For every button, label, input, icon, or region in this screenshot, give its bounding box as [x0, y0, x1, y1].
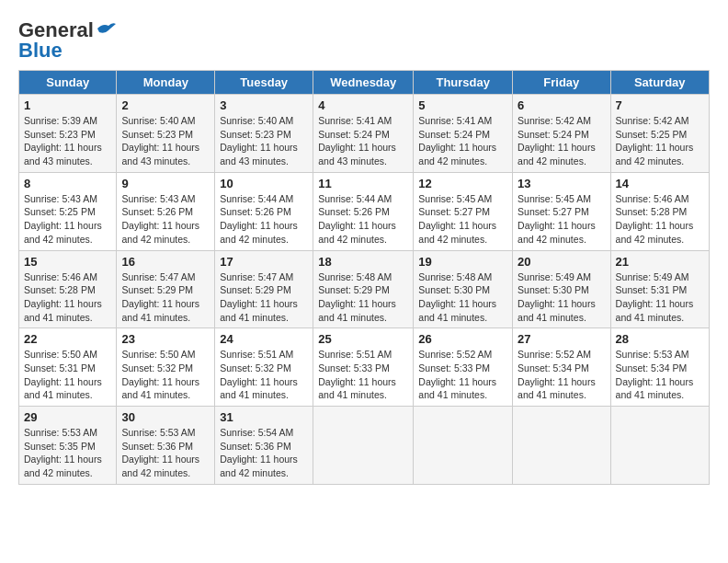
- day-number: 27: [518, 332, 605, 346]
- day-number: 17: [220, 255, 308, 269]
- sunset: Sunset: 5:24 PM: [518, 129, 589, 140]
- sunrise: Sunrise: 5:51 AM: [220, 349, 293, 360]
- daylight: Daylight: 11 hours and 42 minutes.: [616, 220, 694, 245]
- daylight: Daylight: 11 hours and 41 minutes.: [220, 376, 298, 401]
- daylight: Daylight: 11 hours and 43 minutes.: [121, 142, 199, 167]
- day-number: 6: [518, 98, 605, 112]
- calendar-cell: 11 Sunrise: 5:44 AM Sunset: 5:26 PM Dayl…: [313, 172, 414, 250]
- sunrise: Sunrise: 5:53 AM: [616, 349, 689, 360]
- sunset: Sunset: 5:28 PM: [616, 206, 688, 217]
- calendar-cell: 29 Sunrise: 5:53 AM Sunset: 5:35 PM Dayl…: [19, 407, 117, 485]
- sunset: Sunset: 5:25 PM: [24, 206, 96, 217]
- calendar-cell: 1 Sunrise: 5:39 AM Sunset: 5:23 PM Dayli…: [19, 95, 117, 173]
- weekday-header-sunday: Sunday: [19, 71, 117, 95]
- sunset: Sunset: 5:32 PM: [121, 362, 193, 373]
- daylight: Daylight: 11 hours and 42 minutes.: [220, 454, 298, 478]
- calendar-cell: 12 Sunrise: 5:45 AM Sunset: 5:27 PM Dayl…: [414, 172, 513, 250]
- daylight: Daylight: 11 hours and 41 minutes.: [518, 376, 596, 401]
- sunrise: Sunrise: 5:52 AM: [418, 349, 492, 360]
- calendar-cell: [513, 407, 610, 485]
- weekday-header-thursday: Thursday: [414, 71, 513, 95]
- daylight: Daylight: 11 hours and 41 minutes.: [121, 298, 199, 323]
- sunset: Sunset: 5:35 PM: [24, 441, 96, 452]
- day-number: 28: [616, 332, 704, 346]
- daylight: Daylight: 11 hours and 41 minutes.: [318, 376, 396, 401]
- day-number: 2: [121, 98, 210, 112]
- sunrise: Sunrise: 5:53 AM: [24, 427, 97, 438]
- calendar-cell: 23 Sunrise: 5:50 AM Sunset: 5:32 PM Dayl…: [117, 328, 215, 407]
- day-number: 31: [220, 410, 308, 424]
- calendar-cell: 21 Sunrise: 5:49 AM Sunset: 5:31 PM Dayl…: [610, 250, 709, 328]
- sunset: Sunset: 5:29 PM: [318, 284, 390, 295]
- sunset: Sunset: 5:26 PM: [220, 206, 291, 217]
- sunrise: Sunrise: 5:43 AM: [121, 193, 195, 204]
- day-number: 7: [616, 98, 704, 112]
- calendar-cell: 30 Sunrise: 5:53 AM Sunset: 5:36 PM Dayl…: [117, 407, 215, 485]
- daylight: Daylight: 11 hours and 41 minutes.: [121, 376, 199, 401]
- calendar-cell: [414, 407, 513, 485]
- logo: General Blue: [18, 18, 116, 63]
- daylight: Daylight: 11 hours and 43 minutes.: [24, 142, 102, 167]
- daylight: Daylight: 11 hours and 42 minutes.: [418, 142, 496, 167]
- daylight: Daylight: 11 hours and 43 minutes.: [220, 142, 298, 167]
- daylight: Daylight: 11 hours and 41 minutes.: [418, 298, 496, 323]
- sunrise: Sunrise: 5:43 AM: [24, 193, 97, 204]
- daylight: Daylight: 11 hours and 42 minutes.: [121, 454, 199, 478]
- sunset: Sunset: 5:25 PM: [616, 129, 688, 140]
- day-number: 30: [121, 410, 210, 424]
- sunset: Sunset: 5:33 PM: [418, 362, 490, 373]
- daylight: Daylight: 11 hours and 42 minutes.: [418, 220, 496, 245]
- calendar-cell: 10 Sunrise: 5:44 AM Sunset: 5:26 PM Dayl…: [215, 172, 313, 250]
- sunrise: Sunrise: 5:41 AM: [318, 115, 392, 126]
- calendar-week-2: 8 Sunrise: 5:43 AM Sunset: 5:25 PM Dayli…: [19, 172, 710, 250]
- logo-blue: Blue: [18, 39, 63, 63]
- day-number: 8: [24, 177, 111, 190]
- calendar-cell: 17 Sunrise: 5:47 AM Sunset: 5:29 PM Dayl…: [215, 250, 313, 328]
- day-number: 3: [220, 98, 308, 112]
- day-number: 5: [418, 98, 507, 112]
- calendar-cell: 25 Sunrise: 5:51 AM Sunset: 5:33 PM Dayl…: [313, 328, 414, 407]
- daylight: Daylight: 11 hours and 41 minutes.: [616, 376, 694, 401]
- day-number: 11: [318, 177, 408, 190]
- day-number: 12: [418, 177, 507, 190]
- day-number: 23: [121, 332, 210, 346]
- sunrise: Sunrise: 5:46 AM: [616, 193, 689, 204]
- sunrise: Sunrise: 5:53 AM: [121, 427, 195, 438]
- day-number: 25: [318, 332, 408, 346]
- day-number: 19: [418, 255, 507, 269]
- sunset: Sunset: 5:34 PM: [518, 362, 589, 373]
- sunset: Sunset: 5:31 PM: [24, 362, 96, 373]
- day-number: 15: [24, 255, 111, 269]
- weekday-header-wednesday: Wednesday: [313, 71, 414, 95]
- calendar-cell: [313, 407, 414, 485]
- sunrise: Sunrise: 5:48 AM: [418, 271, 492, 282]
- sunrise: Sunrise: 5:42 AM: [616, 115, 689, 126]
- sunrise: Sunrise: 5:48 AM: [318, 271, 392, 282]
- calendar-cell: 31 Sunrise: 5:54 AM Sunset: 5:36 PM Dayl…: [215, 407, 313, 485]
- calendar-week-5: 29 Sunrise: 5:53 AM Sunset: 5:35 PM Dayl…: [19, 407, 710, 485]
- calendar-cell: 5 Sunrise: 5:41 AM Sunset: 5:24 PM Dayli…: [414, 95, 513, 173]
- day-number: 24: [220, 332, 308, 346]
- daylight: Daylight: 11 hours and 42 minutes.: [518, 220, 596, 245]
- calendar-table: SundayMondayTuesdayWednesdayThursdayFrid…: [18, 70, 710, 485]
- calendar-cell: 14 Sunrise: 5:46 AM Sunset: 5:28 PM Dayl…: [610, 172, 709, 250]
- daylight: Daylight: 11 hours and 42 minutes.: [318, 220, 396, 245]
- calendar-cell: [610, 407, 709, 485]
- sunset: Sunset: 5:31 PM: [616, 284, 688, 295]
- sunset: Sunset: 5:24 PM: [418, 129, 490, 140]
- daylight: Daylight: 11 hours and 41 minutes.: [24, 298, 102, 323]
- weekday-header-row: SundayMondayTuesdayWednesdayThursdayFrid…: [19, 71, 710, 95]
- calendar-cell: 2 Sunrise: 5:40 AM Sunset: 5:23 PM Dayli…: [117, 95, 215, 173]
- day-number: 13: [518, 177, 605, 190]
- calendar-cell: 3 Sunrise: 5:40 AM Sunset: 5:23 PM Dayli…: [215, 95, 313, 173]
- calendar-week-4: 22 Sunrise: 5:50 AM Sunset: 5:31 PM Dayl…: [19, 328, 710, 407]
- day-number: 20: [518, 255, 605, 269]
- calendar-cell: 27 Sunrise: 5:52 AM Sunset: 5:34 PM Dayl…: [513, 328, 610, 407]
- daylight: Daylight: 11 hours and 42 minutes.: [121, 220, 199, 245]
- sunrise: Sunrise: 5:46 AM: [24, 271, 97, 282]
- calendar-cell: 16 Sunrise: 5:47 AM Sunset: 5:29 PM Dayl…: [117, 250, 215, 328]
- daylight: Daylight: 11 hours and 41 minutes.: [616, 298, 694, 323]
- sunrise: Sunrise: 5:40 AM: [121, 115, 195, 126]
- day-number: 26: [418, 332, 507, 346]
- calendar-cell: 22 Sunrise: 5:50 AM Sunset: 5:31 PM Dayl…: [19, 328, 117, 407]
